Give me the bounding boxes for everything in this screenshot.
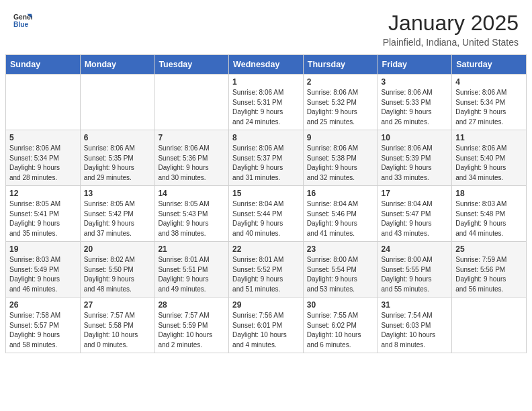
- day-number: 22: [232, 244, 300, 254]
- cell-info: Sunrise: 7:58 AM Sunset: 5:57 PM Dayligh…: [9, 311, 77, 350]
- cell-info: Sunrise: 8:00 AM Sunset: 5:54 PM Dayligh…: [307, 255, 374, 294]
- location: Plainfield, Indiana, United States: [383, 37, 519, 48]
- weekday-thursday: Thursday: [303, 55, 378, 75]
- calendar-cell: 1Sunrise: 8:06 AM Sunset: 5:31 PM Daylig…: [229, 75, 304, 130]
- calendar-cell: 28Sunrise: 7:57 AM Sunset: 5:59 PM Dayli…: [154, 298, 229, 353]
- week-row-4: 19Sunrise: 8:03 AM Sunset: 5:49 PM Dayli…: [6, 242, 527, 298]
- cell-info: Sunrise: 8:04 AM Sunset: 5:47 PM Dayligh…: [382, 199, 449, 238]
- calendar-cell: [154, 75, 229, 130]
- calendar-cell: 19Sunrise: 8:03 AM Sunset: 5:49 PM Dayli…: [6, 242, 81, 298]
- day-number: 4: [455, 77, 523, 87]
- calendar-cell: 31Sunrise: 7:54 AM Sunset: 6:03 PM Dayli…: [378, 298, 452, 353]
- day-number: 27: [84, 300, 151, 310]
- calendar-cell: [80, 75, 154, 130]
- cell-info: Sunrise: 8:05 AM Sunset: 5:42 PM Dayligh…: [84, 199, 151, 238]
- month-title: January 2025: [383, 11, 519, 36]
- calendar-cell: 30Sunrise: 7:55 AM Sunset: 6:02 PM Dayli…: [303, 298, 378, 353]
- day-number: 14: [158, 189, 225, 198]
- calendar-cell: 18Sunrise: 8:03 AM Sunset: 5:48 PM Dayli…: [452, 186, 527, 242]
- calendar-cell: 24Sunrise: 8:00 AM Sunset: 5:55 PM Dayli…: [378, 242, 452, 298]
- cell-info: Sunrise: 8:00 AM Sunset: 5:55 PM Dayligh…: [382, 255, 449, 294]
- cell-info: Sunrise: 8:06 AM Sunset: 5:33 PM Dayligh…: [382, 88, 449, 127]
- weekday-header-row: SundayMondayTuesdayWednesdayThursdayFrid…: [6, 55, 527, 75]
- cell-info: Sunrise: 8:06 AM Sunset: 5:37 PM Dayligh…: [232, 144, 300, 183]
- weekday-friday: Friday: [378, 55, 452, 75]
- calendar-cell: 16Sunrise: 8:04 AM Sunset: 5:46 PM Dayli…: [303, 186, 378, 242]
- day-number: 6: [84, 133, 151, 142]
- calendar-cell: 2Sunrise: 8:06 AM Sunset: 5:32 PM Daylig…: [303, 75, 378, 130]
- day-number: 16: [307, 189, 374, 198]
- header-right: January 2025 Plainfield, Indiana, United…: [383, 11, 519, 48]
- cell-info: Sunrise: 8:01 AM Sunset: 5:51 PM Dayligh…: [158, 255, 225, 294]
- week-row-3: 12Sunrise: 8:05 AM Sunset: 5:41 PM Dayli…: [6, 186, 527, 242]
- weekday-monday: Monday: [80, 55, 154, 75]
- cell-info: Sunrise: 7:55 AM Sunset: 6:02 PM Dayligh…: [307, 311, 374, 350]
- calendar-cell: 11Sunrise: 8:06 AM Sunset: 5:40 PM Dayli…: [452, 130, 527, 186]
- weekday-sunday: Sunday: [6, 55, 81, 75]
- day-number: 12: [9, 189, 77, 198]
- day-number: 28: [158, 300, 225, 310]
- cell-info: Sunrise: 8:03 AM Sunset: 5:49 PM Dayligh…: [9, 255, 77, 294]
- header: General Blue January 2025 Plainfield, In…: [0, 0, 532, 54]
- cell-info: Sunrise: 7:56 AM Sunset: 6:01 PM Dayligh…: [232, 311, 300, 350]
- day-number: 23: [307, 244, 374, 254]
- calendar-cell: 25Sunrise: 7:59 AM Sunset: 5:56 PM Dayli…: [452, 242, 527, 298]
- cell-info: Sunrise: 8:06 AM Sunset: 5:34 PM Dayligh…: [9, 144, 77, 183]
- week-row-1: 1Sunrise: 8:06 AM Sunset: 5:31 PM Daylig…: [6, 75, 527, 130]
- cell-info: Sunrise: 8:06 AM Sunset: 5:40 PM Dayligh…: [455, 144, 523, 183]
- day-number: 10: [382, 133, 449, 142]
- calendar-cell: 3Sunrise: 8:06 AM Sunset: 5:33 PM Daylig…: [378, 75, 452, 130]
- calendar-cell: 12Sunrise: 8:05 AM Sunset: 5:41 PM Dayli…: [6, 186, 81, 242]
- calendar-table: SundayMondayTuesdayWednesdayThursdayFrid…: [5, 54, 527, 353]
- cell-info: Sunrise: 8:02 AM Sunset: 5:50 PM Dayligh…: [84, 255, 151, 294]
- logo: General Blue: [13, 11, 32, 30]
- calendar-cell: 26Sunrise: 7:58 AM Sunset: 5:57 PM Dayli…: [6, 298, 81, 353]
- day-number: 3: [382, 77, 449, 87]
- day-number: 29: [232, 300, 300, 310]
- day-number: 24: [382, 244, 449, 254]
- calendar-cell: 7Sunrise: 8:06 AM Sunset: 5:36 PM Daylig…: [154, 130, 229, 186]
- cell-info: Sunrise: 8:06 AM Sunset: 5:39 PM Dayligh…: [382, 144, 449, 183]
- cell-info: Sunrise: 8:06 AM Sunset: 5:32 PM Dayligh…: [307, 88, 374, 127]
- day-number: 8: [232, 133, 300, 142]
- day-number: 19: [9, 244, 77, 254]
- weekday-tuesday: Tuesday: [154, 55, 229, 75]
- day-number: 26: [9, 300, 77, 310]
- cell-info: Sunrise: 8:06 AM Sunset: 5:35 PM Dayligh…: [84, 144, 151, 183]
- calendar-cell: 5Sunrise: 8:06 AM Sunset: 5:34 PM Daylig…: [6, 130, 81, 186]
- calendar-cell: 6Sunrise: 8:06 AM Sunset: 5:35 PM Daylig…: [80, 130, 154, 186]
- day-number: 9: [307, 133, 374, 142]
- calendar-cell: 23Sunrise: 8:00 AM Sunset: 5:54 PM Dayli…: [303, 242, 378, 298]
- calendar-cell: 22Sunrise: 8:01 AM Sunset: 5:52 PM Dayli…: [229, 242, 304, 298]
- day-number: 31: [382, 300, 449, 310]
- calendar-cell: 27Sunrise: 7:57 AM Sunset: 5:58 PM Dayli…: [80, 298, 154, 353]
- cell-info: Sunrise: 8:06 AM Sunset: 5:34 PM Dayligh…: [455, 88, 523, 127]
- calendar-cell: 8Sunrise: 8:06 AM Sunset: 5:37 PM Daylig…: [229, 130, 304, 186]
- logo-icon: General Blue: [13, 11, 32, 30]
- calendar-cell: 14Sunrise: 8:05 AM Sunset: 5:43 PM Dayli…: [154, 186, 229, 242]
- calendar-cell: 20Sunrise: 8:02 AM Sunset: 5:50 PM Dayli…: [80, 242, 154, 298]
- cell-info: Sunrise: 8:05 AM Sunset: 5:43 PM Dayligh…: [158, 199, 225, 238]
- day-number: 17: [382, 189, 449, 198]
- calendar-cell: 15Sunrise: 8:04 AM Sunset: 5:44 PM Dayli…: [229, 186, 304, 242]
- cell-info: Sunrise: 7:57 AM Sunset: 5:59 PM Dayligh…: [158, 311, 225, 350]
- svg-text:Blue: Blue: [13, 21, 29, 28]
- cell-info: Sunrise: 8:05 AM Sunset: 5:41 PM Dayligh…: [9, 199, 77, 238]
- day-number: 2: [307, 77, 374, 87]
- cell-info: Sunrise: 8:01 AM Sunset: 5:52 PM Dayligh…: [232, 255, 300, 294]
- calendar-cell: 9Sunrise: 8:06 AM Sunset: 5:38 PM Daylig…: [303, 130, 378, 186]
- day-number: 15: [232, 189, 300, 198]
- calendar-cell: [452, 298, 527, 353]
- calendar-cell: 10Sunrise: 8:06 AM Sunset: 5:39 PM Dayli…: [378, 130, 452, 186]
- day-number: 5: [9, 133, 77, 142]
- calendar-cell: 13Sunrise: 8:05 AM Sunset: 5:42 PM Dayli…: [80, 186, 154, 242]
- cell-info: Sunrise: 7:57 AM Sunset: 5:58 PM Dayligh…: [84, 311, 151, 350]
- day-number: 13: [84, 189, 151, 198]
- calendar-page: General Blue January 2025 Plainfield, In…: [0, 0, 532, 411]
- day-number: 21: [158, 244, 225, 254]
- calendar-cell: 21Sunrise: 8:01 AM Sunset: 5:51 PM Dayli…: [154, 242, 229, 298]
- day-number: 20: [84, 244, 151, 254]
- calendar-cell: 17Sunrise: 8:04 AM Sunset: 5:47 PM Dayli…: [378, 186, 452, 242]
- day-number: 1: [232, 77, 300, 87]
- cell-info: Sunrise: 8:03 AM Sunset: 5:48 PM Dayligh…: [455, 199, 523, 238]
